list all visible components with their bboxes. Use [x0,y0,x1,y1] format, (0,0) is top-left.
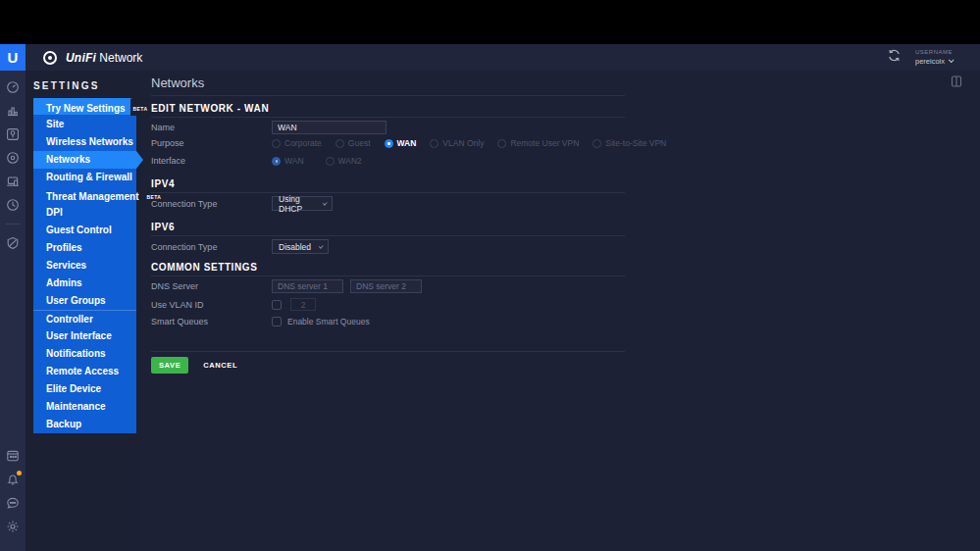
ipv4-connection-label: Connection Type [151,199,272,209]
vlan-id-stepper: 2 [290,298,316,311]
statistics-icon[interactable] [6,104,20,118]
smart-queues-checkbox-label: Enable Smart Queues [287,317,370,326]
columns-icon[interactable] [951,75,962,92]
alerts-icon[interactable] [6,473,20,486]
app-title: UniFi Network [66,51,142,65]
settings-icon[interactable] [6,520,20,533]
use-vlan-id-label: Use VLAN ID [151,300,272,310]
ipv4-connection-select[interactable]: Using DHCP [272,196,333,211]
ubiquiti-logo[interactable]: U [0,44,26,71]
sidebar-item-user-groups[interactable]: User Groups [33,292,136,310]
sidebar-item-user-interface[interactable]: User Interface [33,327,136,345]
divider [151,117,625,118]
radio-icon [272,157,281,166]
ipv4-connection-row: Connection Type Using DHCP [151,196,333,211]
divider [151,276,625,276]
common-settings-header: COMMON SETTINGS [151,262,257,273]
edit-network-header: EDIT NETWORK - WAN [151,103,269,114]
devices-icon[interactable] [6,151,20,165]
purpose-option-wan[interactable]: WAN [385,138,417,148]
cancel-button[interactable]: CANCEL [203,361,237,370]
purpose-option-guest[interactable]: Guest [335,138,371,148]
radio-icon [385,139,393,148]
sidebar-item-notifications[interactable]: Notifications [33,345,136,363]
purpose-option-corporate[interactable]: Corporate [272,138,322,148]
sidebar-item-dpi[interactable]: DPI [33,204,136,222]
divider [151,192,625,193]
sidebar-item-profiles[interactable]: Profiles [33,239,136,257]
sidebar-item-threat-management[interactable]: Threat ManagementBETA [33,186,136,204]
dns-server-1-input[interactable] [272,279,343,293]
settings-menu: Try New SettingsBETA Site Wireless Netwo… [33,98,136,433]
page-title: Networks [151,75,204,90]
sidebar-item-try-new-settings[interactable]: Try New SettingsBETA [33,98,136,116]
sidebar-item-elite-device[interactable]: Elite Device [33,380,136,398]
smart-queues-row: Smart Queues Enable Smart Queues [151,317,370,326]
interface-option-wan2[interactable]: WAN2 [326,156,362,166]
dns-server-2-input[interactable] [350,279,422,293]
interface-label: Interface [151,156,272,166]
purpose-row: Purpose Corporate Guest WAN VLAN Only Re… [151,138,666,148]
user-menu[interactable]: USERNAME pereicoix [915,49,953,66]
ipv4-header: IPV4 [151,178,175,189]
icon-rail [0,71,26,551]
smart-queues-checkbox[interactable] [272,317,282,326]
radio-icon [335,139,344,148]
radio-icon [593,139,601,148]
rail-divider [6,224,20,225]
sidebar-item-maintenance[interactable]: Maintenance [33,398,136,416]
purpose-label: Purpose [151,138,272,148]
sidebar-item-backup[interactable]: Backup [33,416,136,433]
ipv6-connection-select[interactable]: Disabled [272,239,329,254]
ipv6-connection-label: Connection Type [151,242,272,252]
radio-icon [326,157,335,166]
form-actions: SAVE CANCEL [151,357,237,374]
alert-badge-dot [17,471,22,476]
clients-icon[interactable] [6,175,20,188]
chat-icon[interactable] [6,496,20,510]
unifi-network-app: U UniFi Network USERNAME pereicoix [0,0,980,551]
app-header: UniFi Network USERNAME pereicoix [26,44,980,71]
name-row: Name [151,121,387,134]
brand-secondary: Network [99,51,142,65]
dns-server-row: DNS Server [151,279,422,293]
sidebar-item-wireless-networks[interactable]: Wireless Networks [33,133,136,151]
sidebar-item-services[interactable]: Services [33,257,136,275]
purpose-option-vlan-only[interactable]: VLAN Only [430,138,484,148]
sidebar-item-controller[interactable]: Controller [33,310,136,327]
threat-management-icon[interactable] [6,236,20,250]
name-label: Name [151,123,272,132]
insights-icon[interactable] [6,198,20,212]
main-content: Networks EDIT NETWORK - WAN Name Purpose… [142,71,980,551]
sidebar-item-remote-access[interactable]: Remote Access [33,363,136,380]
smart-queues-label: Smart Queues [151,317,272,326]
divider [151,235,625,236]
sidebar-item-admins[interactable]: Admins [33,275,136,292]
purpose-option-site-to-site-vpn[interactable]: Site-to-Site VPN [593,138,666,148]
sidebar-item-routing-firewall[interactable]: Routing & Firewall [33,169,136,186]
chevron-down-icon [949,58,954,64]
divider [151,351,625,352]
ipv6-header: IPV6 [151,222,175,232]
interface-row: Interface WAN WAN2 [151,156,362,166]
dns-server-label: DNS Server [151,281,272,291]
settings-sidebar: SETTINGS Try New SettingsBETA Site Wirel… [26,71,142,551]
ubiquiti-logo-letter: U [8,49,19,66]
events-icon[interactable] [6,449,20,463]
use-vlan-id-checkbox[interactable] [272,300,282,310]
interface-option-wan[interactable]: WAN [272,156,304,166]
sidebar-item-site[interactable]: Site [33,116,136,133]
radio-icon [272,139,281,148]
name-input[interactable] [272,121,387,134]
vlan-row: Use VLAN ID 2 [151,298,316,311]
save-button[interactable]: SAVE [151,357,188,374]
radio-icon [430,139,438,148]
sidebar-item-guest-control[interactable]: Guest Control [33,222,136,239]
sidebar-item-networks[interactable]: Networks [33,151,136,169]
purpose-option-remote-user-vpn[interactable]: Remote User VPN [497,138,579,148]
dashboard-icon[interactable] [6,80,20,94]
map-icon[interactable] [6,127,20,141]
os-top-bar [0,0,980,44]
refresh-icon[interactable] [887,48,902,67]
access-point-icon [43,51,57,65]
